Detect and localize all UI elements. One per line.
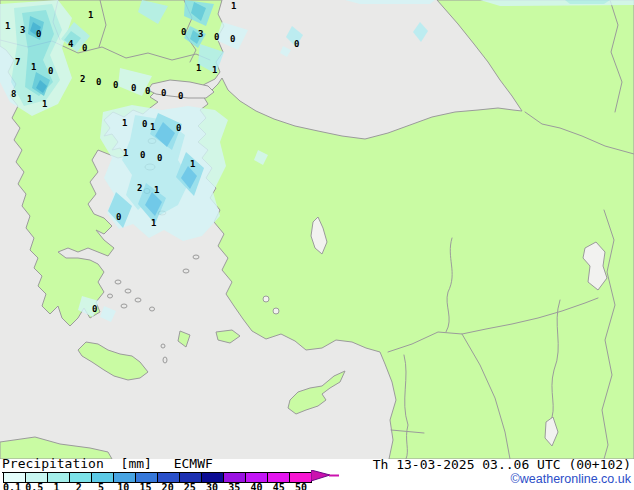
colorbar-segment: [180, 473, 202, 482]
lake-egirdir: [263, 296, 269, 302]
colorbar-segment: [224, 473, 246, 482]
legend-title-row: Precipitation [mm] ECMWF: [2, 456, 213, 471]
island-karpathos: [163, 357, 167, 363]
colorbar-segment: [290, 473, 311, 482]
colorbar-tick-label: 40: [245, 482, 267, 490]
colorbar-tick-label: 25: [179, 482, 201, 490]
island-cyclades-5: [121, 304, 127, 308]
colorbar-tick-label: 10: [112, 482, 134, 490]
colorbar-segment: [48, 473, 70, 482]
precip-blob: [480, 0, 634, 6]
colorbar-tick-label: 20: [157, 482, 179, 490]
colorbar-segment: [158, 473, 180, 482]
island-cyclades-2: [125, 289, 131, 293]
colorbar-segment: [202, 473, 224, 482]
colorbar-tick-label: 35: [223, 482, 245, 490]
colorbar-tick-label: 5: [90, 482, 112, 490]
colorbar-segment: [268, 473, 290, 482]
lake-beysehir: [273, 308, 279, 314]
legend-model-label: ECMWF: [174, 456, 213, 471]
island-cyclades-3: [108, 294, 113, 298]
precipitation-map: 1130407102008111030000000111010100121010: [0, 0, 634, 459]
island-cyclades-4: [135, 298, 141, 302]
colorbar-tick-labels: 0.10.5125101520253035404550: [1, 482, 312, 490]
credit-link: ©weatheronline.co.uk: [511, 472, 631, 486]
precip-blob: [565, 0, 610, 4]
precip-blob: [345, 0, 435, 4]
colorbar-tick-label: 1: [45, 482, 67, 490]
island-kos: [183, 269, 189, 273]
colorbar-segment: [26, 473, 48, 482]
legend-title: Precipitation: [2, 456, 104, 473]
colorbar-segment: [4, 473, 26, 482]
legend-unit: [mm]: [121, 456, 152, 471]
colorbar-segment: [114, 473, 136, 482]
colorbar-segment: [70, 473, 92, 482]
colorbar-tick-label: 0.1: [1, 482, 23, 490]
map-canvas: [0, 0, 634, 459]
colorbar-segment: [136, 473, 158, 482]
forecast-datetime: Th 13-03-2025 03..06 UTC (00+102): [373, 457, 631, 472]
colorbar-tick-label: 50: [290, 482, 312, 490]
island-kasos: [161, 344, 165, 348]
colorbar-tick-label: 2: [68, 482, 90, 490]
legend-band: Precipitation [mm] ECMWF 0.10.5125101520…: [0, 459, 634, 490]
colorbar-segment: [246, 473, 268, 482]
island-cyclades-1: [115, 280, 121, 284]
colorbar-tick-label: 30: [201, 482, 223, 490]
colorbar-segment: [92, 473, 114, 482]
colorbar-arrow-icon: [311, 470, 341, 482]
island-ikaria: [193, 255, 199, 259]
colorbar-tick-label: 15: [134, 482, 156, 490]
colorbar-tick-label: 45: [268, 482, 290, 490]
colorbar-tick-label: 0.5: [23, 482, 45, 490]
island-cyclades-6: [150, 307, 155, 311]
